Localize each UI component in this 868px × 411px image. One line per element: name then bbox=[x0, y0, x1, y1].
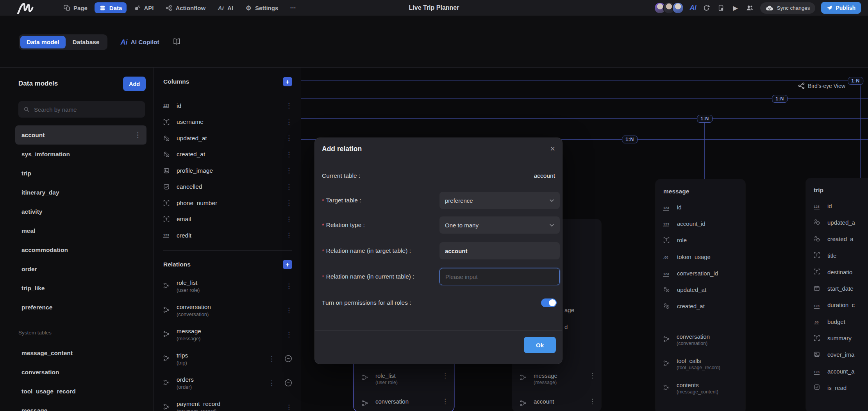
ok-button[interactable]: Ok bbox=[524, 337, 556, 353]
target-table-value: preference bbox=[445, 197, 473, 204]
tab-data-model[interactable]: Data model bbox=[20, 36, 66, 48]
kebab-menu-icon[interactable]: ⋮ bbox=[589, 372, 596, 379]
relation-type-select[interactable]: One to many bbox=[439, 216, 560, 234]
nav-item-label: Page bbox=[73, 5, 88, 11]
search-input[interactable] bbox=[33, 106, 140, 113]
remove-relation-icon[interactable] bbox=[284, 379, 292, 387]
relation-text: conversation(conversation) bbox=[177, 304, 211, 317]
kebab-menu-icon[interactable]: ⋮ bbox=[442, 372, 448, 379]
kebab-menu-icon[interactable]: ⋮ bbox=[286, 307, 292, 314]
sidebar-item-message[interactable]: message bbox=[15, 401, 146, 411]
column-row-credit[interactable]: 123credit⋮ bbox=[163, 227, 292, 244]
remove-relation-icon[interactable] bbox=[284, 355, 292, 363]
kebab-menu-icon[interactable]: ⋮ bbox=[286, 167, 292, 174]
kebab-menu-icon[interactable]: ⋮ bbox=[286, 216, 292, 223]
column-row-phone_number[interactable]: phone_number⋮ bbox=[163, 195, 292, 211]
sidebar-item-tool_usage_record[interactable]: tool_usage_record bbox=[15, 382, 146, 401]
sidebar-item-account[interactable]: account⋮ bbox=[15, 125, 146, 145]
nav-item-api[interactable]: API bbox=[129, 2, 158, 13]
nav-item-actionflow[interactable]: Actionflow bbox=[161, 2, 210, 13]
column-row-id[interactable]: 123id⋮ bbox=[163, 98, 292, 114]
tab-database[interactable]: Database bbox=[66, 36, 106, 48]
sidebar-item-message_content[interactable]: message_content bbox=[15, 343, 146, 363]
time-type-icon bbox=[663, 303, 671, 310]
kebab-menu-icon[interactable]: ⋮ bbox=[286, 184, 292, 190]
ai-assistant-icon[interactable]: Ai bbox=[690, 4, 697, 12]
kebab-menu-icon[interactable]: ⋮ bbox=[134, 132, 141, 138]
sidebar-item-trip[interactable]: trip bbox=[15, 164, 146, 183]
sidebar-item-itinerary_day[interactable]: itinerary_day bbox=[15, 183, 146, 202]
permissions-toggle[interactable] bbox=[541, 298, 557, 307]
add-column-button[interactable]: + bbox=[283, 77, 292, 86]
node-field-name: title bbox=[827, 252, 836, 259]
kebab-menu-icon[interactable]: ⋮ bbox=[442, 398, 448, 405]
kebab-menu-icon[interactable]: ⋮ bbox=[286, 135, 292, 141]
relation-row-role_list[interactable]: role_list(user role)⋮ bbox=[163, 274, 292, 298]
relation-row-orders[interactable]: orders(order)⋮ bbox=[163, 371, 292, 395]
kebab-menu-icon[interactable]: ⋮ bbox=[286, 404, 292, 411]
table-node-trip[interactable]: trip123idupdated_acreated_atitledestinat… bbox=[806, 178, 868, 411]
sidebar-item-accommodation[interactable]: accommodation bbox=[15, 240, 146, 259]
column-row-created_at[interactable]: created_at⋮ bbox=[163, 147, 292, 163]
nav-item-ai[interactable]: AiAI bbox=[213, 2, 238, 13]
relation-text: orders(order) bbox=[177, 376, 194, 390]
kebab-menu-icon[interactable]: ⋮ bbox=[268, 356, 275, 362]
column-name: updated_at bbox=[177, 135, 207, 142]
sidebar-item-activity[interactable]: activity bbox=[15, 202, 146, 221]
relation-name-current-input[interactable] bbox=[439, 268, 560, 285]
members-icon[interactable] bbox=[746, 4, 754, 12]
docs-book-icon[interactable] bbox=[173, 38, 181, 46]
nav-item-settings[interactable]: ⚙Settings bbox=[240, 2, 283, 13]
column-row-updated_at[interactable]: updated_at⋮ bbox=[163, 130, 292, 147]
ai-copilot-button[interactable]: Ai AI Copilot bbox=[121, 38, 159, 46]
sidebar-item-trip_like[interactable]: trip_like bbox=[15, 279, 146, 298]
node-field-conversation_id: 123conversation_id bbox=[655, 265, 745, 281]
kebab-menu-icon[interactable]: ⋮ bbox=[268, 380, 275, 386]
table-node-message[interactable]: message123id123account_idrole.00token_us… bbox=[655, 179, 745, 411]
kebab-menu-icon[interactable]: ⋮ bbox=[286, 331, 292, 338]
add-relation-button[interactable]: + bbox=[283, 260, 292, 269]
history-refresh-icon[interactable] bbox=[702, 4, 711, 12]
publish-button[interactable]: Publish bbox=[821, 2, 861, 14]
relation-row-message[interactable]: message(message)⋮ bbox=[163, 322, 292, 347]
nav-item-page[interactable]: Page bbox=[59, 2, 92, 13]
kebab-menu-icon[interactable]: ⋮ bbox=[286, 232, 292, 239]
sidebar-item-conversation[interactable]: conversation bbox=[15, 363, 146, 382]
sidebar-item-preference[interactable]: preference bbox=[15, 298, 146, 317]
kebab-menu-icon[interactable]: ⋮ bbox=[286, 102, 292, 109]
relation-row-trips[interactable]: trips(trip)⋮ bbox=[163, 347, 292, 371]
file-settings-icon[interactable] bbox=[717, 4, 725, 12]
relation-row-conversation[interactable]: conversation(conversation)⋮ bbox=[163, 298, 292, 322]
add-model-button[interactable]: Add bbox=[123, 77, 146, 91]
column-row-profile_image[interactable]: profile_image⋮ bbox=[163, 163, 292, 179]
column-row-email[interactable]: email⋮ bbox=[163, 211, 292, 228]
sidebar-item-sys_imformation[interactable]: sys_imformation bbox=[15, 145, 146, 164]
relation-target: (user role) bbox=[375, 380, 398, 385]
node-field-destinatio: destinatio bbox=[806, 264, 868, 280]
kebab-menu-icon[interactable]: ⋮ bbox=[286, 151, 292, 158]
nav-item-data[interactable]: Data bbox=[95, 2, 127, 13]
collaborator-avatars[interactable] bbox=[654, 2, 684, 14]
kebab-menu-icon[interactable]: ⋮ bbox=[589, 398, 596, 405]
birds-eye-view-toggle[interactable]: Bird's-eye View bbox=[798, 82, 845, 89]
target-table-select[interactable]: preference bbox=[439, 192, 560, 209]
sync-changes-button[interactable]: Sync changes bbox=[760, 2, 816, 14]
preview-play-icon[interactable]: ▶ bbox=[731, 4, 740, 12]
nav-item-[interactable]: ⋯ bbox=[285, 2, 300, 13]
relation-name: role_list bbox=[375, 372, 398, 379]
sidebar-item-meal[interactable]: meal bbox=[15, 221, 146, 240]
required-asterisk: * bbox=[322, 222, 324, 229]
kebab-menu-icon[interactable]: ⋮ bbox=[286, 119, 292, 125]
column-row-cancelled[interactable]: cancelled⋮ bbox=[163, 179, 292, 195]
relation-icon bbox=[163, 379, 171, 386]
avatar[interactable] bbox=[672, 2, 684, 14]
close-icon[interactable]: × bbox=[550, 145, 555, 153]
app-logo-icon[interactable] bbox=[16, 1, 40, 14]
relation-name-target-input[interactable] bbox=[439, 242, 560, 259]
kebab-menu-icon[interactable]: ⋮ bbox=[286, 283, 292, 289]
sidebar-item-order[interactable]: order bbox=[15, 259, 146, 279]
relation-row-payment_record[interactable]: payment_record(payment_record)⋮ bbox=[163, 395, 292, 411]
relation-icon bbox=[163, 282, 171, 289]
kebab-menu-icon[interactable]: ⋮ bbox=[286, 200, 292, 206]
column-row-username[interactable]: username⋮ bbox=[163, 114, 292, 130]
